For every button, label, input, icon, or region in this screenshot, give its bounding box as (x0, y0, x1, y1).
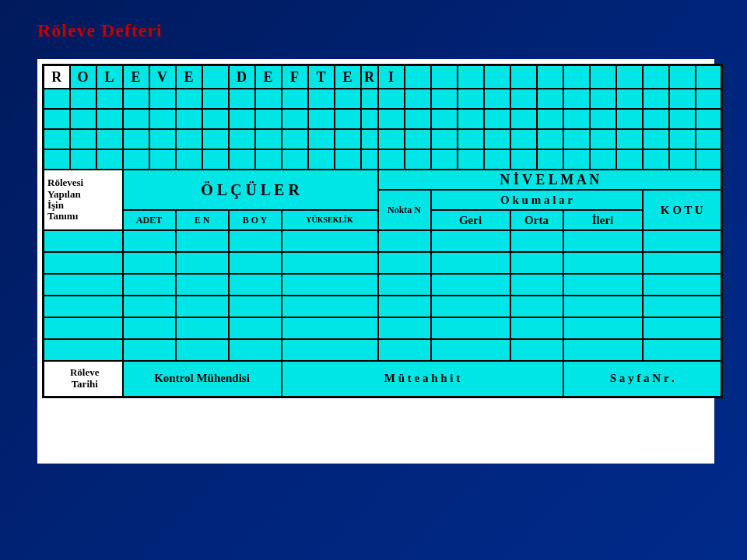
label-kontrol: Kontrol Mühendisi (123, 361, 282, 397)
label-en: E N (176, 210, 229, 230)
label-boy: B O Y (229, 210, 282, 230)
roleve-table: RO LE VE DE FT ER I R O L E V E D E F T … (42, 64, 723, 398)
label-yukseklik: YÜKSEKLİK (282, 210, 378, 230)
label-adet: ADET (123, 210, 176, 230)
label-roleve-tarihi: Röleve Tarihi (44, 361, 123, 397)
form-sheet: RO LE VE DE FT ER I R O L E V E D E F T … (37, 59, 714, 464)
label-rolevesi: Rölevesi Yapılan İşin Tanımı (44, 170, 123, 230)
label-okumalar: O k u m a l a r (431, 190, 643, 210)
page-title: Röleve Defteri (37, 20, 163, 41)
label-orta: Orta (510, 210, 563, 230)
label-muteahhit: M ü t e a h h i t (282, 361, 563, 397)
label-olculer: Ö L Ç Ü L E R (123, 170, 378, 210)
label-kotu: K O T U (643, 190, 722, 230)
label-nokta: Nokta N (378, 190, 431, 230)
label-sayfa: S a y f a N r . (563, 361, 722, 397)
label-ileri: İleri (563, 210, 643, 230)
label-nivelman: N İ V E L M A N (378, 170, 722, 190)
label-geri: Geri (431, 210, 510, 230)
